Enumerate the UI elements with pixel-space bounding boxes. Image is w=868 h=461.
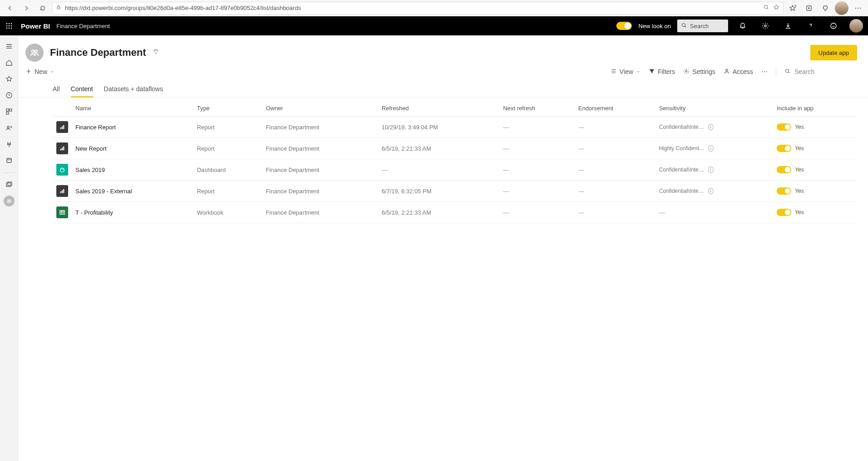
update-app-button[interactable]: Update app (810, 45, 857, 60)
forward-button[interactable] (19, 2, 34, 15)
notifications-icon[interactable] (734, 18, 751, 34)
nav-deployment-icon[interactable] (2, 137, 16, 152)
item-owner: Finance Department (262, 138, 378, 159)
user-avatar[interactable] (848, 18, 864, 34)
table-row[interactable]: T - ProfitabilityWorkbookFinance Departm… (53, 202, 857, 223)
sensitivity-value: Highly Confidential\In... (659, 145, 705, 152)
collections-icon[interactable] (802, 2, 816, 15)
breadcrumb[interactable]: Finance Department (56, 23, 110, 29)
help-icon[interactable] (803, 18, 819, 34)
info-icon[interactable]: i (708, 167, 714, 173)
col-type[interactable]: Type (193, 98, 262, 117)
more-options-button[interactable]: ⋯ (761, 68, 768, 75)
info-icon[interactable]: i (708, 124, 714, 130)
table-row[interactable]: New ReportReportFinance Department6/5/19… (53, 138, 857, 159)
nav-workspaces-icon[interactable] (2, 177, 16, 192)
info-icon[interactable]: i (708, 145, 714, 152)
tab-content[interactable]: Content (71, 83, 93, 97)
tab-all[interactable]: All (53, 83, 60, 97)
include-label: Yes (795, 145, 804, 152)
star-outline-icon[interactable] (773, 4, 779, 12)
settings-button[interactable]: Settings (683, 68, 715, 76)
workspace-header: Finance Department Update app (18, 35, 868, 65)
global-search-input[interactable]: Search (677, 20, 728, 32)
view-button[interactable]: View (610, 68, 640, 76)
workspace-avatar (25, 44, 44, 62)
product-brand[interactable]: Power BI (21, 22, 50, 30)
svg-point-7 (9, 25, 10, 27)
svg-point-25 (32, 50, 35, 53)
item-name[interactable]: Sales 2019 - External (72, 181, 193, 202)
separator (776, 67, 776, 76)
item-owner: Finance Department (262, 181, 378, 202)
include-toggle[interactable] (777, 166, 791, 173)
nav-hamburger-icon[interactable] (2, 39, 16, 54)
svg-rect-16 (6, 109, 9, 111)
list-search-input[interactable]: Search (784, 68, 857, 76)
nav-current-workspace-icon[interactable] (2, 194, 16, 208)
svg-rect-18 (6, 112, 9, 114)
profile-icon[interactable] (834, 2, 849, 15)
item-name[interactable]: T - Profitability (72, 202, 193, 223)
item-refreshed: 6/5/19, 2:21:33 AM (378, 202, 499, 223)
include-toggle[interactable] (777, 145, 791, 152)
address-bar[interactable]: https://dxt.powerbi.com/groups/80e26d0a-… (52, 2, 784, 15)
col-include[interactable]: Include in app (773, 98, 857, 117)
main-content: Finance Department Update app New (18, 35, 868, 461)
include-label: Yes (795, 209, 804, 216)
table-row[interactable]: Sales 2019DashboardFinance Department———… (53, 159, 857, 181)
download-icon[interactable] (780, 18, 796, 34)
svg-point-12 (682, 23, 685, 26)
new-button[interactable]: New (25, 68, 55, 76)
col-owner[interactable]: Owner (262, 98, 378, 117)
new-look-toggle[interactable] (616, 22, 632, 30)
item-name[interactable]: Sales 2019 (72, 159, 193, 181)
extension-icon[interactable] (818, 2, 833, 15)
svg-point-1 (764, 5, 768, 9)
search-icon (681, 22, 687, 30)
sensitivity-value: Confidential\Internal-... (659, 167, 705, 173)
col-name[interactable]: Name (72, 98, 193, 117)
settings-gear-icon[interactable] (757, 18, 774, 34)
lock-icon (56, 5, 61, 11)
tab-datasets-dataflows[interactable]: Datasets + dataflows (104, 83, 163, 97)
table-row[interactable]: Finance ReportReportFinance Department10… (53, 117, 857, 138)
access-button[interactable]: Access (724, 68, 753, 76)
favorites-star-icon[interactable] (785, 2, 800, 15)
new-label: New (35, 68, 47, 75)
nav-home-icon[interactable] (2, 55, 16, 70)
filters-button[interactable]: Filters (649, 68, 675, 76)
feedback-smile-icon[interactable] (825, 18, 842, 34)
col-refreshed[interactable]: Refreshed (378, 98, 499, 117)
item-name[interactable]: Finance Report (72, 117, 193, 138)
table-row[interactable]: Sales 2019 - ExternalReportFinance Depar… (53, 181, 857, 202)
more-icon[interactable]: ⋯ (851, 2, 865, 15)
nav-learn-icon[interactable] (2, 153, 16, 168)
include-toggle[interactable] (777, 123, 791, 131)
app-topbar: Power BI Finance Department New look on … (0, 16, 868, 35)
item-name[interactable]: New Report (72, 138, 193, 159)
svg-rect-40 (60, 211, 65, 215)
item-endorsement: — (575, 181, 655, 202)
nav-apps-icon[interactable] (2, 104, 16, 119)
app-launcher-icon[interactable] (4, 20, 15, 31)
sensitivity-value: — (659, 209, 665, 216)
col-endorsement[interactable]: Endorsement (575, 98, 655, 117)
nav-favorites-icon[interactable] (2, 72, 16, 86)
svg-point-10 (9, 28, 10, 29)
chevron-down-icon (636, 68, 640, 75)
include-toggle[interactable] (777, 209, 791, 216)
nav-shared-icon[interactable] (2, 121, 16, 135)
include-toggle[interactable] (777, 187, 791, 195)
item-type-icon (56, 164, 68, 176)
col-sensitivity[interactable]: Sensitivity (655, 98, 773, 117)
item-type-icon (56, 142, 68, 154)
nav-recent-icon[interactable] (2, 88, 16, 103)
info-icon[interactable]: i (708, 188, 714, 194)
svg-rect-17 (10, 109, 12, 111)
back-button[interactable] (3, 2, 17, 15)
refresh-button[interactable] (35, 2, 50, 15)
col-next-refresh[interactable]: Next refresh (500, 98, 575, 117)
zoom-icon[interactable] (763, 4, 769, 12)
workspace-avatar-icon (4, 196, 15, 206)
